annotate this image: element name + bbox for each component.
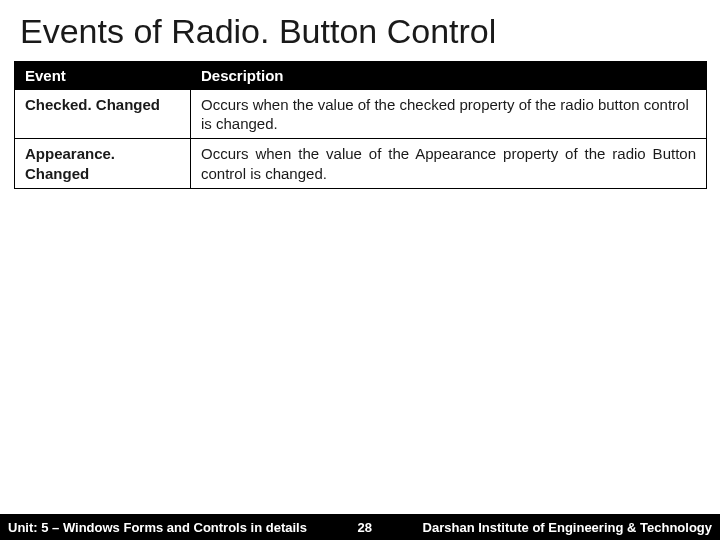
slide-title: Events of Radio. Button Control xyxy=(0,0,720,61)
footer-page-number: 28 xyxy=(307,520,423,535)
col-header-description: Description xyxy=(191,62,707,90)
event-description: Occurs when the value of the Appearance … xyxy=(191,139,707,188)
table-header-row: Event Description xyxy=(15,62,707,90)
slide: Events of Radio. Button Control Event De… xyxy=(0,0,720,540)
table-row: Appearance. Changed Occurs when the valu… xyxy=(15,139,707,188)
event-name: Checked. Changed xyxy=(15,90,191,139)
footer-unit: Unit: 5 – Windows Forms and Controls in … xyxy=(0,520,307,535)
footer-org: Darshan Institute of Engineering & Techn… xyxy=(423,520,720,535)
event-name: Appearance. Changed xyxy=(15,139,191,188)
footer-bar: Unit: 5 – Windows Forms and Controls in … xyxy=(0,514,720,540)
table-row: Checked. Changed Occurs when the value o… xyxy=(15,90,707,139)
event-description: Occurs when the value of the checked pro… xyxy=(191,90,707,139)
col-header-event: Event xyxy=(15,62,191,90)
events-table: Event Description Checked. Changed Occur… xyxy=(14,61,707,189)
